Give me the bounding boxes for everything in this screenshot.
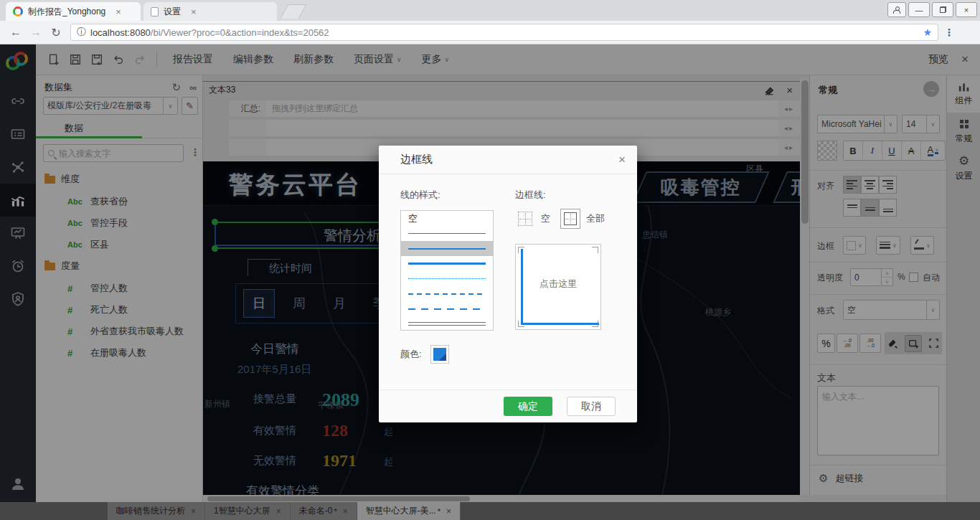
line-style-option-solid-thin[interactable] — [401, 226, 493, 241]
new-tab-button[interactable] — [281, 4, 307, 19]
url-field[interactable]: ⓘ localhost:8080/bi/Viewer?proc=0&action… — [70, 24, 938, 41]
line-style-option-long-dash[interactable] — [401, 301, 493, 316]
url-path: /bi/Viewer?proc=0&action=index&ts=20562 — [151, 27, 329, 38]
browser-tab-settings[interactable]: 设置 × — [143, 2, 277, 21]
back-icon[interactable]: ← — [6, 26, 26, 39]
border-side-label: 边框线: — [515, 189, 546, 202]
close-dialog-icon[interactable]: × — [618, 153, 626, 167]
chrome-menu-icon[interactable]: ⋮ — [944, 27, 954, 38]
minimize-button[interactable]: — — [908, 2, 930, 17]
yonghong-favicon-icon — [13, 6, 23, 16]
line-style-option-dotted[interactable] — [401, 271, 493, 286]
corner-mark — [592, 247, 598, 253]
line-style-option-solid-medium[interactable] — [401, 241, 493, 256]
tab-close-icon[interactable]: × — [116, 6, 121, 17]
line-style-option-none[interactable]: 空 — [401, 211, 493, 226]
border-preview-box[interactable]: 点击这里 — [515, 244, 601, 330]
restore-icon — [940, 6, 946, 13]
bookmark-star-icon[interactable]: ★ — [923, 27, 932, 38]
tab-close-icon[interactable]: × — [191, 6, 197, 17]
ok-button[interactable]: 确定 — [504, 397, 552, 416]
dialog-footer: 确定 取消 — [379, 389, 637, 422]
window-controls: — × — [887, 2, 977, 17]
browser-tabstrip: 制作报告_Yonghong × 设置 × — × — [0, 0, 980, 21]
line-style-option-dashed[interactable] — [401, 286, 493, 301]
browser-tab-report[interactable]: 制作报告_Yonghong × — [6, 2, 141, 21]
color-row: 颜色: — [400, 345, 449, 364]
restore-button[interactable] — [932, 2, 953, 17]
browser-addressbar: ← → ↻ ⓘ localhost:8080/bi/Viewer?proc=0&… — [0, 21, 980, 44]
info-icon[interactable]: ⓘ — [77, 26, 86, 39]
document-favicon-icon — [151, 7, 159, 16]
screen: 制作报告_Yonghong × 设置 × — × ← → ↻ ⓘ localho… — [0, 0, 980, 520]
dialog-title: 边框线 — [400, 153, 433, 166]
forward-icon[interactable]: → — [26, 26, 46, 39]
border-all-icon — [564, 212, 577, 225]
border-none-button[interactable]: 空 — [515, 209, 550, 229]
color-swatch-button[interactable] — [430, 345, 449, 364]
border-all-button[interactable]: 全部 — [560, 209, 605, 229]
refresh-icon[interactable]: ↻ — [46, 26, 66, 39]
person-icon — [893, 6, 900, 14]
profile-button[interactable] — [887, 2, 906, 17]
dialog-header: 边框线 × — [379, 146, 637, 174]
browser-tab-title: 制作报告_Yonghong — [28, 6, 105, 18]
border-none-icon — [518, 212, 532, 226]
preview-hint: 点击这里 — [516, 278, 600, 290]
blue-color-swatch — [433, 348, 446, 361]
url-host: localhost:8080 — [90, 27, 151, 38]
cancel-button[interactable]: 取消 — [567, 397, 616, 416]
line-style-option-double[interactable] — [401, 316, 493, 331]
border-line-dialog: 边框线 × 线的样式: 空 边框线: 空 全部 — [379, 146, 637, 422]
close-window-button[interactable]: × — [956, 2, 977, 17]
border-preset-buttons: 空 全部 — [515, 209, 605, 229]
color-label: 颜色: — [400, 348, 422, 361]
line-style-option-solid-thick[interactable] — [401, 256, 493, 271]
line-style-listbox: 空 — [400, 210, 494, 331]
line-style-label: 线的样式: — [400, 189, 440, 202]
browser-tab-title: 设置 — [164, 6, 181, 18]
preview-bottom-border[interactable] — [521, 323, 599, 325]
